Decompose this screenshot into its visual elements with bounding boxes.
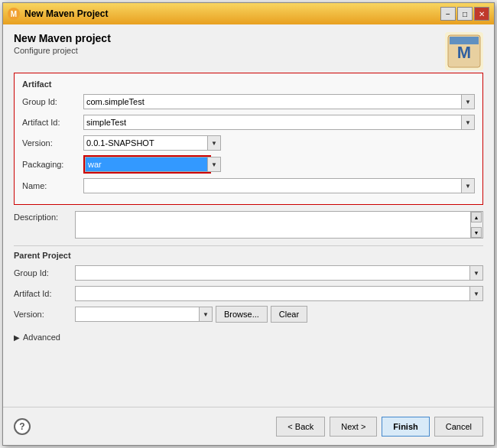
close-button[interactable]: ✕ [474, 7, 489, 21]
page-title: New Maven project [14, 32, 437, 44]
divider-1 [14, 245, 483, 246]
next-button[interactable]: Next > [330, 417, 377, 437]
artifact-id-field-container [83, 115, 475, 130]
group-id-input[interactable] [83, 94, 461, 109]
footer-left: ? [14, 418, 31, 435]
version-input[interactable] [83, 135, 207, 151]
scroll-down-button[interactable]: ▼ [471, 227, 482, 238]
packaging-field-container [85, 157, 221, 172]
version-row: Version: [22, 135, 475, 151]
artifact-section: Artifact Group Id: Artifact Id: Versi [14, 73, 483, 205]
minimize-button[interactable]: − [440, 7, 456, 21]
parent-group-id-row: Group Id: [14, 265, 483, 281]
packaging-dropdown[interactable] [207, 157, 221, 172]
advanced-triangle-icon: ▶ [14, 333, 20, 342]
parent-group-id-input[interactable] [75, 265, 469, 281]
browse-button[interactable]: Browse... [216, 306, 268, 323]
artifact-id-input[interactable] [83, 115, 461, 130]
window-icon: M [8, 8, 20, 20]
clear-button[interactable]: Clear [271, 306, 307, 323]
packaging-row: Packaging: [22, 155, 475, 174]
svg-text:M: M [11, 10, 17, 18]
name-row: Name: [22, 177, 475, 194]
group-id-label: Group Id: [22, 97, 83, 106]
packaging-highlight [83, 155, 211, 174]
maximize-button[interactable]: □ [457, 7, 473, 21]
dialog-content: New Maven project Configure project M Ar… [3, 24, 494, 407]
cancel-button[interactable]: Cancel [434, 417, 483, 437]
parent-artifact-id-label: Artifact Id: [14, 289, 75, 298]
help-button[interactable]: ? [14, 418, 31, 435]
packaging-input[interactable] [85, 157, 207, 172]
back-button[interactable]: < Back [276, 417, 325, 437]
parent-version-container [75, 307, 213, 322]
maven-logo: M [445, 32, 483, 73]
version-field-container [83, 135, 221, 151]
description-row: Description: ▲ ▼ [14, 211, 483, 239]
version-label: Version: [22, 138, 83, 148]
parent-artifact-id-container [75, 286, 483, 301]
finish-button[interactable]: Finish [382, 417, 429, 437]
parent-version-row: Version: Browse... Clear [14, 306, 483, 323]
name-field-container [83, 178, 475, 193]
title-bar: M New Maven Project − □ ✕ [3, 3, 494, 24]
parent-section-label: Parent Project [14, 251, 483, 260]
description-scrollbar: ▲ ▼ [471, 211, 483, 239]
scroll-up-button[interactable]: ▲ [471, 212, 482, 222]
window-controls: − □ ✕ [440, 7, 489, 21]
parent-version-input[interactable] [75, 307, 199, 322]
parent-group-id-dropdown[interactable] [469, 265, 483, 281]
name-input[interactable] [83, 178, 461, 193]
header-text: New Maven project Configure project [14, 32, 437, 61]
group-id-field-container [83, 94, 475, 109]
main-window: M New Maven Project − □ ✕ New Maven proj… [2, 2, 495, 446]
name-dropdown[interactable] [461, 178, 475, 193]
advanced-label: Advanced [23, 333, 60, 342]
footer-buttons: < Back Next > Finish Cancel [276, 417, 483, 437]
artifact-id-row: Artifact Id: [22, 114, 475, 131]
svg-text:M: M [457, 43, 471, 62]
artifact-id-dropdown[interactable] [461, 115, 475, 130]
parent-artifact-id-row: Artifact Id: [14, 285, 483, 302]
dialog-footer: ? < Back Next > Finish Cancel [3, 407, 494, 445]
group-id-dropdown[interactable] [461, 94, 475, 109]
artifact-section-label: Artifact [22, 80, 475, 89]
parent-group-id-label: Group Id: [14, 268, 75, 278]
parent-action-buttons: Browse... Clear [216, 306, 307, 323]
version-dropdown[interactable] [207, 135, 221, 151]
name-label: Name: [22, 181, 83, 190]
group-id-row: Group Id: [22, 93, 475, 110]
parent-artifact-id-input[interactable] [75, 286, 469, 301]
parent-artifact-id-dropdown[interactable] [469, 286, 483, 301]
advanced-section[interactable]: ▶ Advanced [14, 333, 483, 342]
parent-version-label: Version: [14, 310, 75, 319]
parent-section: Parent Project Group Id: Artifact Id: [14, 251, 483, 326]
header-area: New Maven project Configure project M [14, 32, 483, 73]
packaging-label: Packaging: [22, 160, 83, 169]
parent-group-id-container [75, 265, 483, 281]
page-subtitle: Configure project [14, 46, 437, 55]
parent-version-dropdown[interactable] [199, 307, 213, 322]
artifact-id-label: Artifact Id: [22, 118, 83, 127]
description-label: Description: [14, 211, 75, 222]
description-input[interactable] [75, 211, 471, 239]
window-title: New Maven Project [24, 8, 436, 19]
